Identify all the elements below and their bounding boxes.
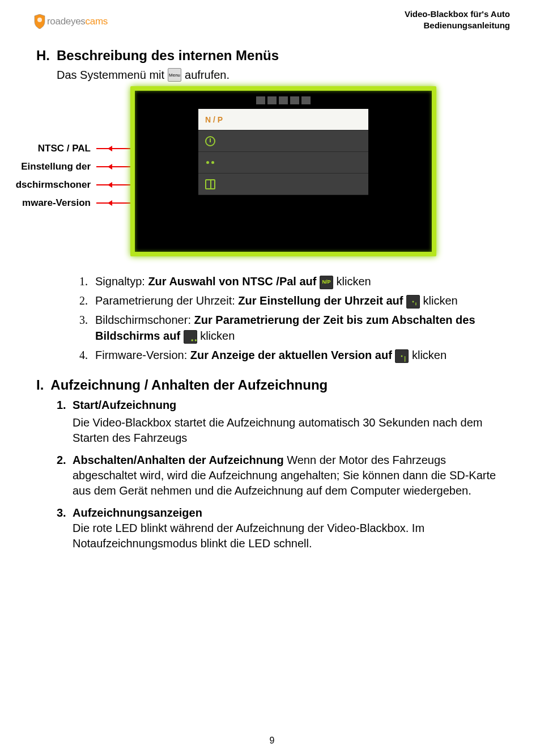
device-screenshot: NTSC / PAL Einstellung der dschirmschone… xyxy=(34,86,510,262)
book-icon xyxy=(205,179,215,189)
page-number: 9 xyxy=(0,736,544,746)
list-i-item: 1. Start/Aufzeichnung Die Video-Blackbox… xyxy=(57,398,510,446)
page: roadeyescams Video-Blackbox für's Auto B… xyxy=(0,0,544,756)
section-h-letter: H. xyxy=(36,48,50,64)
device-menu: N / P xyxy=(198,109,368,195)
callout-labels: NTSC / PAL Einstellung der dschirmschone… xyxy=(3,143,108,209)
callout-uhrzeit: Einstellung der xyxy=(3,161,108,172)
dots-icon xyxy=(205,158,215,168)
device-row-label: N / P xyxy=(205,115,223,124)
device-top-icon xyxy=(290,96,299,104)
header-text: Video-Blackbox für's Auto Bedienungsanle… xyxy=(405,9,510,31)
list-i-item: 3. Aufzeichnungsanzeigen Die rote LED bl… xyxy=(57,505,510,551)
shield-icon xyxy=(34,14,45,29)
callout-schoner: dschirmschoner xyxy=(3,179,108,191)
list-h-item: 4. Firmware-Version: Zur Anzeige der akt… xyxy=(79,347,510,363)
section-h-intro: Das Systemmenü mit Menu aufrufen. xyxy=(57,68,510,82)
np-icon: N/P xyxy=(320,276,333,289)
device-top-icon xyxy=(279,96,288,104)
section-i-title: Aufzeichnung / Anhalten der Aufzeichnung xyxy=(50,377,328,393)
logo-text: roadeyescams xyxy=(47,16,108,27)
header-line1: Video-Blackbox für's Auto xyxy=(405,9,510,20)
list-h-item: 2. Parametrierung der Uhrzeit: Zur Einst… xyxy=(79,293,510,309)
device-top-icon xyxy=(301,96,311,104)
book-icon xyxy=(395,349,409,363)
device-row-book xyxy=(198,174,368,195)
clock-icon xyxy=(406,295,420,309)
clock-icon xyxy=(205,136,215,146)
list-i: 1. Start/Aufzeichnung Die Video-Blackbox… xyxy=(57,398,510,551)
callout-firmware: mware-Version xyxy=(3,197,108,209)
list-i-item: 2. Abschalten/Anhalten der Aufzeichnung … xyxy=(57,453,510,499)
header-row: roadeyescams Video-Blackbox für's Auto B… xyxy=(34,9,510,31)
device-top-icon xyxy=(256,96,265,104)
device-top-icon xyxy=(267,96,277,104)
device-row-dots xyxy=(198,152,368,174)
menu-button-icon: Menu xyxy=(168,68,181,82)
device-row-clock xyxy=(198,130,368,152)
section-i-letter: I. xyxy=(36,377,44,393)
list-h: 1. Signaltyp: Zur Auswahl von NTSC /Pal … xyxy=(79,273,510,363)
dots-icon xyxy=(184,330,197,344)
svg-point-0 xyxy=(37,18,42,22)
list-h-item: 3. Bildschirmschoner: Zur Parametrierung… xyxy=(79,312,510,344)
header-line2: Bedienungsanleitung xyxy=(405,20,510,31)
device-top-icons xyxy=(141,96,426,104)
section-h-heading: H. Beschreibung des internen Menüs xyxy=(36,48,510,64)
device-screen: N / P xyxy=(130,86,436,256)
section-h-title: Beschreibung des internen Menüs xyxy=(57,48,279,64)
section-i-heading: I. Aufzeichnung / Anhalten der Aufzeichn… xyxy=(36,377,510,393)
logo: roadeyescams xyxy=(34,14,108,29)
callout-ntsc: NTSC / PAL xyxy=(3,143,108,154)
list-h-item: 1. Signaltyp: Zur Auswahl von NTSC /Pal … xyxy=(79,273,510,289)
device-row-selected: N / P xyxy=(198,109,368,130)
